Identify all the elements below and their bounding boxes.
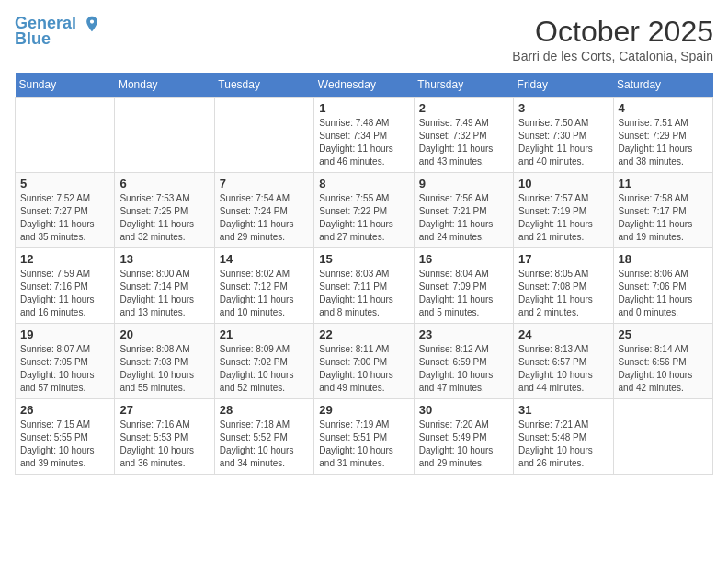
day-info: Sunrise: 7:54 AM Sunset: 7:24 PM Dayligh… xyxy=(220,192,309,244)
day-number: 4 xyxy=(619,101,708,115)
day-info: Sunrise: 8:12 AM Sunset: 6:59 PM Dayligh… xyxy=(419,343,508,395)
day-cell xyxy=(16,98,115,173)
day-number: 25 xyxy=(619,327,708,341)
day-cell: 3Sunrise: 7:50 AM Sunset: 7:30 PM Daylig… xyxy=(514,98,613,173)
day-info: Sunrise: 7:57 AM Sunset: 7:19 PM Dayligh… xyxy=(518,192,608,244)
day-number: 24 xyxy=(518,327,608,341)
week-row-4: 19Sunrise: 8:07 AM Sunset: 7:05 PM Dayli… xyxy=(16,324,713,399)
day-info: Sunrise: 8:11 AM Sunset: 7:00 PM Dayligh… xyxy=(319,343,408,395)
week-row-2: 5Sunrise: 7:52 AM Sunset: 7:27 PM Daylig… xyxy=(16,173,713,248)
day-cell: 27Sunrise: 7:16 AM Sunset: 5:53 PM Dayli… xyxy=(115,399,214,475)
day-cell: 13Sunrise: 8:00 AM Sunset: 7:14 PM Dayli… xyxy=(115,248,214,324)
day-cell: 24Sunrise: 8:13 AM Sunset: 6:57 PM Dayli… xyxy=(514,324,613,399)
day-cell: 25Sunrise: 8:14 AM Sunset: 6:56 PM Dayli… xyxy=(613,324,712,399)
day-number: 21 xyxy=(220,327,309,341)
day-number: 5 xyxy=(20,177,109,190)
col-header-monday: Monday xyxy=(115,73,214,98)
day-number: 23 xyxy=(419,327,508,341)
day-cell: 31Sunrise: 7:21 AM Sunset: 5:48 PM Dayli… xyxy=(514,399,613,475)
day-number: 28 xyxy=(220,403,309,417)
week-row-5: 26Sunrise: 7:15 AM Sunset: 5:55 PM Dayli… xyxy=(16,399,713,475)
col-header-friday: Friday xyxy=(514,73,613,98)
day-cell: 6Sunrise: 7:53 AM Sunset: 7:25 PM Daylig… xyxy=(115,173,214,248)
day-info: Sunrise: 7:15 AM Sunset: 5:55 PM Dayligh… xyxy=(20,419,109,470)
day-cell: 29Sunrise: 7:19 AM Sunset: 5:51 PM Dayli… xyxy=(314,399,414,475)
day-info: Sunrise: 7:18 AM Sunset: 5:52 PM Dayligh… xyxy=(220,419,309,470)
title-area: October 2025 Barri de les Corts, Catalon… xyxy=(512,15,713,63)
day-cell: 19Sunrise: 8:07 AM Sunset: 7:05 PM Dayli… xyxy=(16,324,115,399)
col-header-sunday: Sunday xyxy=(16,73,115,98)
day-number: 2 xyxy=(419,101,508,115)
col-header-thursday: Thursday xyxy=(414,73,513,98)
day-cell: 16Sunrise: 8:04 AM Sunset: 7:09 PM Dayli… xyxy=(414,248,513,324)
day-number: 12 xyxy=(20,252,109,266)
day-cell: 11Sunrise: 7:58 AM Sunset: 7:17 PM Dayli… xyxy=(613,173,712,248)
day-number: 13 xyxy=(119,252,209,266)
month-title: October 2025 xyxy=(512,15,713,49)
day-number: 19 xyxy=(20,327,109,341)
day-cell: 26Sunrise: 7:15 AM Sunset: 5:55 PM Dayli… xyxy=(16,399,115,475)
day-number: 1 xyxy=(319,101,408,115)
day-cell: 4Sunrise: 7:51 AM Sunset: 7:29 PM Daylig… xyxy=(613,98,712,173)
day-number: 3 xyxy=(518,101,608,115)
day-info: Sunrise: 8:07 AM Sunset: 7:05 PM Dayligh… xyxy=(20,343,109,395)
day-cell: 10Sunrise: 7:57 AM Sunset: 7:19 PM Dayli… xyxy=(514,173,613,248)
day-cell: 17Sunrise: 8:05 AM Sunset: 7:08 PM Dayli… xyxy=(514,248,613,324)
day-info: Sunrise: 7:48 AM Sunset: 7:34 PM Dayligh… xyxy=(319,117,408,168)
header-row: SundayMondayTuesdayWednesdayThursdayFrid… xyxy=(16,73,713,98)
day-info: Sunrise: 7:51 AM Sunset: 7:29 PM Dayligh… xyxy=(619,117,708,168)
calendar-table: SundayMondayTuesdayWednesdayThursdayFrid… xyxy=(15,73,713,475)
day-info: Sunrise: 7:50 AM Sunset: 7:30 PM Dayligh… xyxy=(518,117,608,168)
location-subtitle: Barri de les Corts, Catalonia, Spain xyxy=(512,49,713,63)
day-number: 22 xyxy=(319,327,408,341)
day-number: 6 xyxy=(119,177,209,190)
day-info: Sunrise: 7:59 AM Sunset: 7:16 PM Dayligh… xyxy=(20,268,109,319)
col-header-tuesday: Tuesday xyxy=(214,73,313,98)
day-cell: 30Sunrise: 7:20 AM Sunset: 5:49 PM Dayli… xyxy=(414,399,513,475)
day-cell: 7Sunrise: 7:54 AM Sunset: 7:24 PM Daylig… xyxy=(214,173,313,248)
day-cell: 18Sunrise: 8:06 AM Sunset: 7:06 PM Dayli… xyxy=(613,248,712,324)
day-number: 31 xyxy=(518,403,608,417)
logo: General Blue xyxy=(15,15,101,49)
day-number: 30 xyxy=(419,403,508,417)
day-cell: 5Sunrise: 7:52 AM Sunset: 7:27 PM Daylig… xyxy=(16,173,115,248)
day-cell: 21Sunrise: 8:09 AM Sunset: 7:02 PM Dayli… xyxy=(214,324,313,399)
day-cell xyxy=(115,98,214,173)
week-row-3: 12Sunrise: 7:59 AM Sunset: 7:16 PM Dayli… xyxy=(16,248,713,324)
day-info: Sunrise: 8:08 AM Sunset: 7:03 PM Dayligh… xyxy=(119,343,209,395)
day-number: 11 xyxy=(619,177,708,190)
day-number: 18 xyxy=(619,252,708,266)
day-info: Sunrise: 8:03 AM Sunset: 7:11 PM Dayligh… xyxy=(319,268,408,319)
day-number: 29 xyxy=(319,403,408,417)
day-info: Sunrise: 8:04 AM Sunset: 7:09 PM Dayligh… xyxy=(419,268,508,319)
day-info: Sunrise: 7:56 AM Sunset: 7:21 PM Dayligh… xyxy=(419,192,508,244)
day-info: Sunrise: 7:52 AM Sunset: 7:27 PM Dayligh… xyxy=(20,192,109,244)
day-info: Sunrise: 8:14 AM Sunset: 6:56 PM Dayligh… xyxy=(619,343,708,395)
day-info: Sunrise: 7:19 AM Sunset: 5:51 PM Dayligh… xyxy=(319,419,408,470)
day-info: Sunrise: 8:00 AM Sunset: 7:14 PM Dayligh… xyxy=(119,268,209,319)
day-cell: 22Sunrise: 8:11 AM Sunset: 7:00 PM Dayli… xyxy=(314,324,414,399)
day-cell: 2Sunrise: 7:49 AM Sunset: 7:32 PM Daylig… xyxy=(414,98,513,173)
day-number: 16 xyxy=(419,252,508,266)
day-cell: 12Sunrise: 7:59 AM Sunset: 7:16 PM Dayli… xyxy=(16,248,115,324)
day-info: Sunrise: 7:20 AM Sunset: 5:49 PM Dayligh… xyxy=(419,419,508,470)
day-cell xyxy=(214,98,313,173)
day-number: 27 xyxy=(119,403,209,417)
day-number: 15 xyxy=(319,252,408,266)
day-info: Sunrise: 8:09 AM Sunset: 7:02 PM Dayligh… xyxy=(220,343,309,395)
day-number: 9 xyxy=(419,177,508,190)
day-cell: 28Sunrise: 7:18 AM Sunset: 5:52 PM Dayli… xyxy=(214,399,313,475)
day-info: Sunrise: 7:53 AM Sunset: 7:25 PM Dayligh… xyxy=(119,192,209,244)
day-cell xyxy=(613,399,712,475)
col-header-saturday: Saturday xyxy=(613,73,712,98)
day-cell: 20Sunrise: 8:08 AM Sunset: 7:03 PM Dayli… xyxy=(115,324,214,399)
day-info: Sunrise: 7:58 AM Sunset: 7:17 PM Dayligh… xyxy=(619,192,708,244)
day-info: Sunrise: 7:16 AM Sunset: 5:53 PM Dayligh… xyxy=(119,419,209,470)
day-number: 10 xyxy=(518,177,608,190)
day-info: Sunrise: 7:21 AM Sunset: 5:48 PM Dayligh… xyxy=(518,419,608,470)
day-number: 14 xyxy=(220,252,309,266)
day-cell: 1Sunrise: 7:48 AM Sunset: 7:34 PM Daylig… xyxy=(314,98,414,173)
day-info: Sunrise: 8:13 AM Sunset: 6:57 PM Dayligh… xyxy=(518,343,608,395)
day-info: Sunrise: 8:06 AM Sunset: 7:06 PM Dayligh… xyxy=(619,268,708,319)
day-number: 20 xyxy=(119,327,209,341)
